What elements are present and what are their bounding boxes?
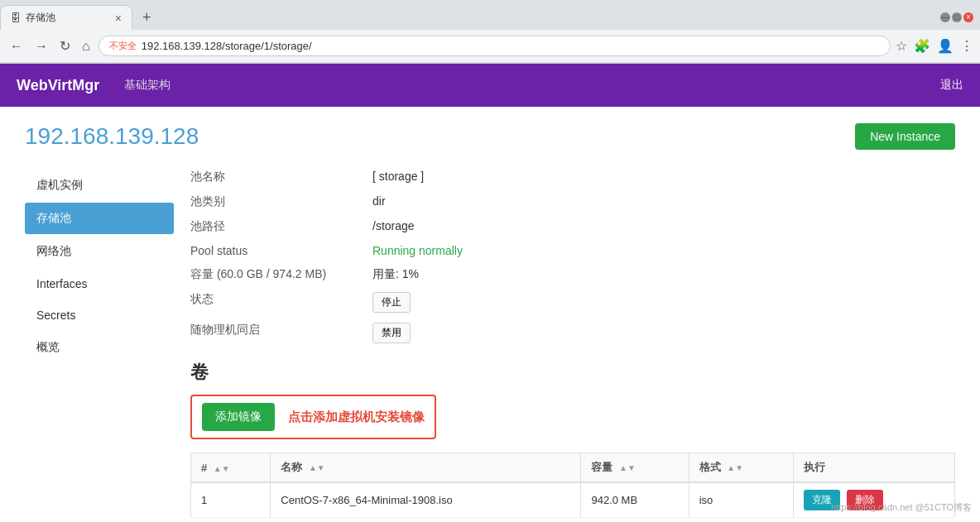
window-controls: — □ × — [940, 12, 980, 22]
col-size: 容量 ▲▼ — [581, 453, 689, 483]
add-image-button[interactable]: 添加镜像 — [202, 403, 275, 431]
menu-icon[interactable]: ⋮ — [960, 38, 973, 54]
security-badge: 不安全 — [109, 40, 137, 52]
sidebar-item-storage[interactable]: 存储池 — [25, 203, 174, 234]
url-container[interactable]: 不安全 192.168.139.128/storage/1/storage/ — [98, 36, 891, 56]
maximize-button[interactable]: □ — [952, 12, 962, 22]
tab-bar: 🗄 存储池 × + — □ × — [0, 0, 980, 30]
tab-close-button[interactable]: × — [115, 12, 122, 25]
content-layout: 虚机实例 存储池 网络池 Interfaces Secrets 概览 池 — [25, 170, 955, 518]
sidebar-item-vm[interactable]: 虚机实例 — [25, 170, 174, 201]
pool-name-label: 池名称 — [190, 170, 356, 184]
cell-name: CentOS-7-x86_64-Minimal-1908.iso — [271, 482, 581, 518]
pool-capacity-label: 容量 (60.0 GB / 974.2 MB) — [190, 267, 356, 282]
new-tab-button[interactable]: + — [136, 5, 158, 30]
pool-info-table: 池名称 [ storage ] 池类别 dir 池路径 /storage Poo… — [190, 170, 955, 343]
pool-state-label: 状态 — [190, 292, 356, 313]
forward-button[interactable]: → — [31, 37, 51, 55]
pool-detail-panel: 池名称 [ storage ] 池类别 dir 池路径 /storage Poo… — [174, 170, 955, 518]
tab-favicon: 🗄 — [11, 12, 21, 24]
tab-title: 存储池 — [26, 11, 110, 25]
main-content: 192.168.139.128 New Instance 虚机实例 存储池 网络… — [0, 107, 980, 522]
table-header-row: # ▲▼ 名称 ▲▼ 容量 ▲▼ 格式 ▲▼ — [191, 453, 955, 483]
address-bar: ← → ↻ ⌂ 不安全 192.168.139.128/storage/1/st… — [0, 30, 980, 63]
pool-state-value: 停止 — [372, 292, 955, 313]
cell-size: 942.0 MB — [581, 482, 689, 518]
navbar: WebVirtMgr 基础架构 退出 — [0, 64, 980, 107]
sort-index-icon[interactable]: ▲▼ — [214, 464, 230, 473]
col-name: 名称 ▲▼ — [271, 453, 581, 483]
reload-button[interactable]: ↻ — [56, 36, 74, 55]
navbar-logout-button[interactable]: 退出 — [940, 78, 963, 93]
account-icon[interactable]: 👤 — [937, 38, 954, 54]
back-button[interactable]: ← — [7, 37, 26, 55]
page-header: 192.168.139.128 New Instance — [25, 123, 955, 150]
home-button[interactable]: ⌂ — [79, 37, 94, 55]
close-button[interactable]: × — [963, 12, 973, 22]
pool-name-value: [ storage ] — [372, 170, 955, 184]
cell-format: iso — [689, 482, 794, 518]
new-instance-button[interactable]: New Instance — [855, 123, 955, 150]
pool-capacity-value: 用量: 1% — [372, 267, 955, 282]
sort-name-icon[interactable]: ▲▼ — [309, 463, 325, 472]
pool-autostart-button[interactable]: 禁用 — [372, 323, 411, 343]
pool-autostart-label: 随物理机同启 — [190, 323, 356, 343]
sort-format-icon[interactable]: ▲▼ — [727, 463, 743, 472]
navbar-brand: WebVirtMgr — [17, 77, 99, 94]
bookmark-icon[interactable]: ☆ — [896, 38, 907, 54]
col-index: # ▲▼ — [191, 453, 271, 483]
pool-status-label: Pool status — [190, 244, 356, 257]
pool-path-value: /storage — [372, 219, 955, 234]
volumes-section-title: 卷 — [190, 360, 955, 385]
pool-path-label: 池路径 — [190, 219, 356, 234]
sidebar: 虚机实例 存储池 网络池 Interfaces Secrets 概览 — [25, 170, 174, 518]
watermark: https://blog.csdn.net @51CTO博客 — [831, 501, 972, 514]
sidebar-item-overview[interactable]: 概览 — [25, 332, 174, 363]
sort-size-icon[interactable]: ▲▼ — [619, 463, 636, 472]
browser-chrome: 🗄 存储池 × + — □ × ← → ↻ ⌂ 不安全 192.168.139.… — [0, 0, 980, 64]
cell-index: 1 — [191, 482, 271, 518]
col-format: 格式 ▲▼ — [689, 453, 794, 483]
sidebar-item-network[interactable]: 网络池 — [25, 236, 174, 267]
add-image-hint: 点击添加虚拟机安装镜像 — [288, 409, 425, 425]
active-tab: 🗄 存储池 × — [0, 5, 132, 30]
pool-type-label: 池类别 — [190, 194, 356, 209]
page-title: 192.168.139.128 — [25, 123, 199, 150]
pool-autostart-value: 禁用 — [372, 323, 955, 343]
pool-status-value: Running normally — [372, 244, 955, 257]
pool-stop-button[interactable]: 停止 — [372, 292, 411, 313]
url-text: 192.168.139.128/storage/1/storage/ — [142, 40, 880, 52]
sidebar-item-secrets[interactable]: Secrets — [25, 300, 174, 330]
extension-icon[interactable]: 🧩 — [914, 38, 930, 54]
address-bar-icons: ☆ 🧩 👤 ⋮ — [896, 38, 973, 54]
minimize-button[interactable]: — — [940, 12, 950, 22]
navbar-infrastructure-link[interactable]: 基础架构 — [116, 78, 179, 93]
sidebar-item-interfaces[interactable]: Interfaces — [25, 269, 174, 299]
pool-type-value: dir — [372, 194, 955, 209]
add-image-container: 添加镜像 点击添加虚拟机安装镜像 — [190, 395, 436, 439]
col-action: 执行 — [794, 453, 955, 483]
